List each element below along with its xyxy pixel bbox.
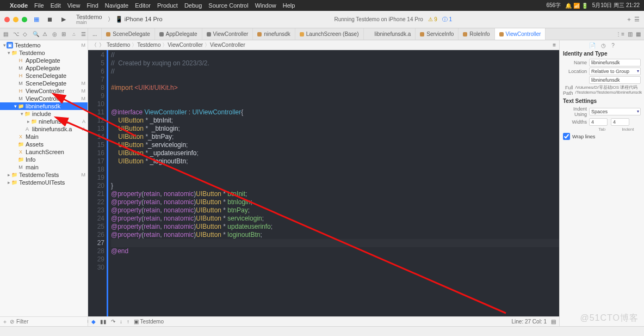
line-number[interactable]: 29 [88,255,104,264]
line-number[interactable]: 15 [88,141,104,149]
line-number[interactable]: 22 [88,198,104,206]
menu-editor[interactable]: Editor [135,2,151,9]
location-dropdown[interactable]: Relative to Group [589,68,641,75]
disclosure-icon[interactable]: ▾ [7,50,11,56]
code-line[interactable]: } [111,182,559,190]
line-number[interactable]: 24 [88,215,104,223]
code-line[interactable]: UIButton *_servicelogin; [111,141,559,149]
minimap-icon[interactable]: ▤ [551,319,556,325]
tree-item-libninefunsdk[interactable]: ▾📁libninefunsdk [0,102,88,110]
breakpoints-toggle-icon[interactable]: ◆ [91,319,96,325]
code-line[interactable]: UIButton * _btnInit; [111,117,559,125]
tab-libninefunsdk-a[interactable]: libninefunsdk.a [364,28,416,40]
source-editor[interactable]: 4567891011121314151617181920212223242526… [88,50,559,316]
wrap-lines-checkbox[interactable] [563,133,570,140]
line-number[interactable]: 6 [88,68,104,76]
step-into-icon[interactable]: ↓ [120,319,122,325]
tab-serviceinfo[interactable]: ServiceInfo [416,28,459,40]
tab-appdelegate[interactable]: AppDelegate [155,28,202,40]
jump-bar[interactable]: 〈 〉 TestdemoTestdemoViewControllerViewCo… [88,40,559,50]
tree-item-assets[interactable]: 📁Assets [0,140,88,148]
tab-ninefunsdk[interactable]: ninefunsdk [253,28,295,40]
code-line[interactable] [111,239,559,247]
info-badge[interactable]: ⓘ 1 [442,16,452,22]
tree-item-include[interactable]: ▾📁include [0,110,88,118]
line-number[interactable]: 4 [88,51,104,59]
line-number[interactable]: 23 [88,206,104,215]
tree-item-main[interactable]: Mmain [0,163,88,171]
code-line[interactable]: @property(retain, nonatomic)UIButton * b… [111,198,559,206]
line-number[interactable]: 17 [88,157,104,166]
tree-item-libninefunsdk-a[interactable]: Alibninefunsdk.aA [0,125,88,133]
tree-item-testdemouitests[interactable]: ▸📁TestdemoUITests [0,179,88,186]
tree-item-scenedelegate[interactable]: MSceneDelegateM [0,80,88,87]
tree-item-testdemotests[interactable]: ▸📁TestdemoTestsM [0,171,88,179]
file-inspector-icon[interactable]: 📄 [589,42,596,48]
inspector-tabs[interactable]: 📄 ◷ ? [563,42,641,48]
tree-item-launchscreen[interactable]: XLaunchScreen [0,148,88,156]
app-name[interactable]: Xcode [10,2,28,9]
add-tab-button[interactable]: ＋ [626,15,632,23]
window-controls[interactable] [4,17,27,22]
indent-using-dropdown[interactable]: Spaces [589,108,641,115]
tab-width-stepper[interactable]: 4 [589,118,608,126]
code-line[interactable]: @property(retain, nonatomic)UIButton * b… [111,190,559,198]
menu-view[interactable]: View [67,2,81,9]
left-panel-icon[interactable]: ▦ [34,16,39,23]
symbol-nav-icon[interactable]: ◇ [23,31,29,38]
line-number[interactable]: 21 [88,190,104,198]
tab-roleinfo[interactable]: RoleInfo [459,28,494,40]
add-files-icon[interactable]: ＋ [2,318,8,326]
tab-viewcontroller[interactable]: ViewController [495,28,546,40]
code-line[interactable]: UIButton *_btnPay; [111,133,559,141]
file-name-field[interactable]: libninefunsdk [589,59,641,66]
line-number[interactable]: 11 [88,108,104,117]
line-number[interactable]: 8 [88,84,104,92]
destination-selector[interactable]: 〉 📱 iPhone 14 Pro [108,15,163,23]
tree-item-info[interactable]: 📁Info [0,156,88,163]
line-number[interactable]: 27 [88,239,104,247]
code-line[interactable]: @end [111,247,559,255]
code-line[interactable]: UIButton * _btnlogin; [111,125,559,133]
source-nav-icon[interactable]: ⌥ [13,31,20,38]
disclosure-icon[interactable]: ▸ [26,119,30,124]
jump-seg-0[interactable]: Testdemo [107,42,137,48]
right-panel-icon[interactable]: ▦ [636,31,641,37]
tree-item-scenedelegate[interactable]: HSceneDelegate [0,72,88,80]
line-number[interactable]: 13 [88,125,104,133]
code-line[interactable]: // [111,51,559,59]
scheme-selector[interactable]: Testdemo main [76,14,102,25]
stop-button[interactable]: ◼ [44,14,55,26]
tree-item-ninefunsdk[interactable]: ▸📁ninefunsdkA [0,118,88,125]
find-nav-icon[interactable]: 🔍 [33,31,39,38]
tab-viewcontroller[interactable]: ViewController [202,28,253,40]
code-line[interactable]: @property(retain, nonatomic)UIButton * s… [111,215,559,223]
filter-icon[interactable]: ⊘ [10,319,14,325]
code-line[interactable] [111,255,559,264]
code-line[interactable] [111,264,559,272]
code-line[interactable] [111,76,559,84]
code-line[interactable]: UIButton * _updateuserinfo; [111,149,559,157]
menu-product[interactable]: Product [157,2,178,9]
jump-seg-3[interactable]: ViewController [210,42,245,48]
step-out-icon[interactable]: ↑ [127,319,129,325]
disclosure-icon[interactable]: ▸ [7,172,11,178]
disclosure-icon[interactable]: ▾ [13,103,17,109]
code-line[interactable] [111,166,559,174]
tree-item-testdemo[interactable]: ▾▣TestdemoM [0,41,88,49]
menu-edit[interactable]: Edit [51,2,61,9]
line-number[interactable]: 26 [88,231,104,239]
line-number[interactable]: 10 [88,100,104,108]
project-nav-icon[interactable]: ▤ [3,31,10,38]
code-line[interactable]: @property(retain, nonatomic)UIButton * l… [111,231,559,239]
disclosure-icon[interactable]: ▾ [20,111,24,117]
navigator-selector[interactable]: ▤ ⌥ ◇ 🔍 ⚠ ◎ ⊞ ⛬ ☰ [0,28,88,40]
line-number[interactable]: 30 [88,264,104,272]
jump-seg-2[interactable]: ViewController [168,42,210,48]
run-button[interactable]: ▶ [58,14,70,26]
line-number[interactable]: 20 [88,182,104,190]
help-inspector-icon[interactable]: ? [611,42,615,48]
test-nav-icon[interactable]: ◎ [52,31,59,38]
history-inspector-icon[interactable]: ◷ [601,42,606,48]
line-number[interactable]: 18 [88,166,104,174]
